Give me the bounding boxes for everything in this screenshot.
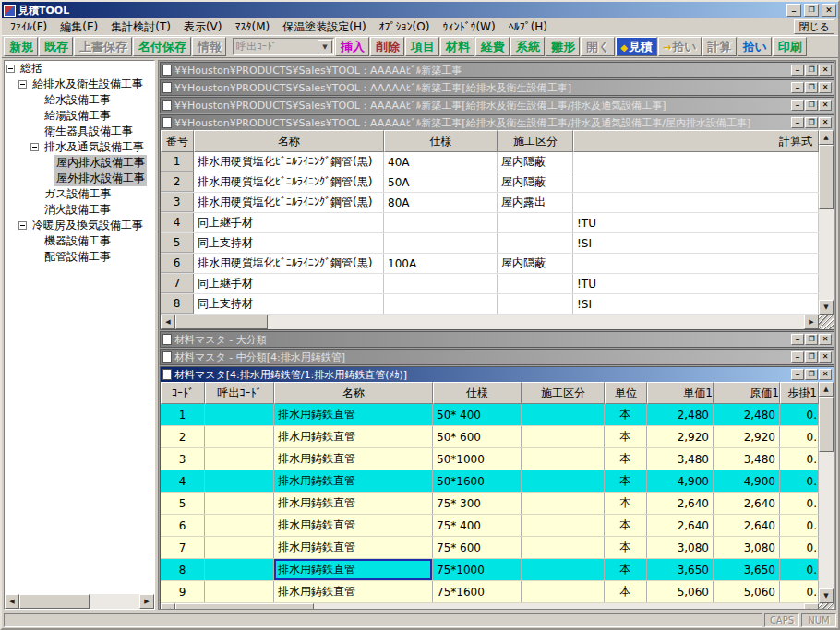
toolbar-button[interactable]: 印刷 xyxy=(773,37,807,56)
toolbar-button[interactable]: 雛形 xyxy=(546,37,580,56)
toolbar-button[interactable]: 既存 xyxy=(39,37,73,56)
toolbar-button[interactable]: 上書保存 xyxy=(74,37,132,56)
tree-expand-icon[interactable] xyxy=(30,206,39,214)
recall-code-combo[interactable]: 呼出ｺｰﾄﾞ xyxy=(233,38,334,55)
minimize-button[interactable] xyxy=(791,117,804,128)
tree-expand-icon[interactable] xyxy=(30,237,39,245)
restore-button[interactable] xyxy=(804,4,819,17)
menu-item[interactable]: ｳｨﾝﾄﾞｳ(W) xyxy=(436,19,501,34)
column-header[interactable]: 番号 xyxy=(161,130,194,152)
close-window-button[interactable] xyxy=(819,100,832,111)
scroll-right-icon[interactable] xyxy=(804,315,819,329)
column-header[interactable]: 単価1 xyxy=(647,382,714,404)
menu-item[interactable]: 保温塗装設定(H) xyxy=(276,18,372,36)
scrollbar-track[interactable] xyxy=(90,594,139,609)
menu-item[interactable]: ﾏｽﾀ(M) xyxy=(229,19,277,34)
column-header[interactable]: 名称 xyxy=(194,130,384,152)
toolbar-button[interactable]: 拾い xyxy=(738,37,772,56)
restore-button[interactable] xyxy=(805,334,818,345)
minimize-button[interactable] xyxy=(791,351,804,363)
close-document-button[interactable]: 閉じる xyxy=(794,19,834,34)
tree-expand-icon[interactable] xyxy=(30,127,39,136)
tree-item[interactable]: ガス設備工事 xyxy=(5,186,154,202)
mdi-window-titlebar[interactable]: 材料マスタ - 大分類 xyxy=(160,331,834,348)
column-header[interactable]: 仕様 xyxy=(384,130,498,152)
mdi-window-titlebar[interactable]: ¥¥Houston¥PRODUCTS¥Sales¥TOOL：AAAAAﾋﾞﾙ新築… xyxy=(160,97,834,113)
restore-button[interactable] xyxy=(805,351,818,363)
column-header[interactable]: 計算式 xyxy=(573,130,819,152)
tree-expand-icon[interactable] xyxy=(30,253,39,261)
mdi-window-titlebar[interactable]: 材料マスタ - 中分類[4:排水用鋳鉄管] xyxy=(160,349,834,365)
horizontal-scrollbar[interactable] xyxy=(161,315,834,329)
menu-item[interactable]: ﾍﾙﾌﾟ(H) xyxy=(502,19,554,34)
minimize-button[interactable] xyxy=(791,100,804,111)
column-header[interactable]: 施工区分 xyxy=(522,382,605,404)
column-header[interactable]: 施工区分 xyxy=(498,130,573,152)
mdi-window-titlebar[interactable]: ¥¥Houston¥PRODUCTS¥Sales¥TOOL：AAAAAﾋﾞﾙ新築… xyxy=(161,115,834,130)
toolbar-button[interactable]: 経費 xyxy=(475,37,510,56)
tree-item[interactable]: 給湯設備工事 xyxy=(5,108,154,124)
tree-expand-icon[interactable] xyxy=(6,65,15,73)
tree-item[interactable]: 衛生器具設備工事 xyxy=(5,124,154,139)
toolbar-button[interactable]: 新規 xyxy=(4,37,38,56)
close-window-button[interactable] xyxy=(819,82,832,93)
tree-expand-icon[interactable] xyxy=(42,159,51,167)
toolbar-button[interactable]: 挿入 xyxy=(335,37,369,56)
mdi-window-titlebar[interactable]: 材料マスタ[4:排水用鋳鉄管/1:排水用鋳鉄直管(ﾒｶ)] xyxy=(161,367,834,382)
tree-item[interactable]: 屋外排水設備工事 xyxy=(5,171,154,186)
scroll-up-icon[interactable] xyxy=(819,130,834,145)
scrollbar-track[interactable] xyxy=(819,209,834,300)
column-header[interactable]: 呼出ｺｰﾄﾞ xyxy=(205,382,274,404)
scrollbar-thumb[interactable] xyxy=(175,315,268,329)
tree-item[interactable]: 機器設備工事 xyxy=(5,233,154,249)
tree-expand-icon[interactable] xyxy=(30,112,39,120)
horizontal-scrollbar[interactable] xyxy=(161,603,834,610)
scrollbar-track[interactable] xyxy=(268,315,804,329)
minimize-button[interactable] xyxy=(791,369,804,380)
toolbar-button[interactable]: 項目 xyxy=(405,37,439,56)
toolbar-button[interactable]: 情報 xyxy=(192,37,226,56)
chevron-down-icon[interactable] xyxy=(318,40,332,53)
restore-button[interactable] xyxy=(805,82,818,93)
scroll-down-icon[interactable] xyxy=(819,300,834,315)
vertical-scrollbar[interactable] xyxy=(819,130,834,315)
minimize-button[interactable] xyxy=(786,4,801,17)
toolbar-button[interactable]: 開く xyxy=(581,37,615,56)
restore-button[interactable] xyxy=(805,100,818,111)
tree-item[interactable]: 排水及通気設備工事 xyxy=(5,139,154,155)
column-header[interactable]: ｺｰﾄﾞ xyxy=(161,382,205,404)
toolbar-button[interactable]: 計算 xyxy=(702,37,737,56)
minimize-button[interactable] xyxy=(791,82,804,93)
tree-item[interactable]: 給排水及衛生設備工事 xyxy=(5,77,154,92)
resize-grip[interactable] xyxy=(819,603,834,610)
close-window-button[interactable] xyxy=(819,117,832,128)
scrollbar-track[interactable] xyxy=(819,452,834,588)
menu-item[interactable]: ﾌｧｲﾙ(F) xyxy=(4,19,54,34)
column-header[interactable]: 原価1 xyxy=(714,382,780,404)
tree-item[interactable]: 給水設備工事 xyxy=(5,92,154,108)
column-header[interactable]: 名称 xyxy=(274,382,433,404)
scrollbar-thumb[interactable] xyxy=(819,397,834,452)
column-header[interactable]: 仕様 xyxy=(433,382,522,404)
tree-expand-icon[interactable] xyxy=(18,221,27,230)
mdi-window-titlebar[interactable]: ¥¥Houston¥PRODUCTS¥Sales¥TOOL：AAAAAﾋﾞﾙ新築… xyxy=(160,79,834,96)
scrollbar-thumb[interactable] xyxy=(819,145,834,209)
tree-expand-icon[interactable] xyxy=(18,80,27,89)
minimize-button[interactable] xyxy=(791,65,804,76)
column-header[interactable]: 歩掛1 xyxy=(780,382,819,404)
tree-item[interactable]: 冷暖房及換気設備工事 xyxy=(5,218,154,233)
scroll-left-icon[interactable] xyxy=(5,594,19,609)
tree-expand-icon[interactable] xyxy=(42,174,51,183)
menu-item[interactable]: 表示(V) xyxy=(177,18,229,36)
close-window-button[interactable] xyxy=(819,351,832,363)
close-window-button[interactable] xyxy=(819,369,832,380)
resize-grip[interactable] xyxy=(819,315,834,329)
tree-expand-icon[interactable] xyxy=(30,96,39,104)
scroll-right-icon[interactable] xyxy=(804,603,819,610)
menu-item[interactable]: ｵﾌﾟｼｮﾝ(O) xyxy=(373,19,437,34)
toolbar-button[interactable]: 見積 xyxy=(616,37,657,56)
toolbar-button[interactable]: 拾い xyxy=(658,37,702,56)
close-window-button[interactable] xyxy=(819,65,832,76)
toolbar-button[interactable]: 系統 xyxy=(510,37,545,56)
restore-button[interactable] xyxy=(805,117,818,128)
